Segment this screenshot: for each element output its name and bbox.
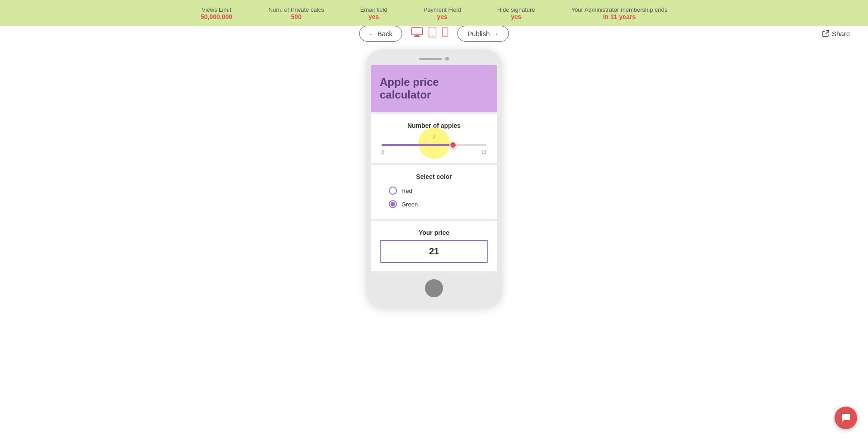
- tablet-icon[interactable]: [428, 27, 436, 40]
- color-section: Select color Red Green: [371, 165, 497, 219]
- price-section: Your price: [371, 221, 497, 271]
- share-button[interactable]: Share: [822, 30, 850, 37]
- top-banner: Views Limit 50,000,000 Num. of Private c…: [0, 0, 868, 26]
- slider-container[interactable]: 0 10: [380, 144, 488, 155]
- notch-line: [419, 58, 442, 60]
- radio-green[interactable]: Green: [380, 197, 488, 211]
- svg-rect-0: [411, 28, 422, 35]
- phone-mockup: Apple price calculator Number of apples …: [366, 50, 502, 308]
- home-button[interactable]: [425, 279, 443, 297]
- back-button[interactable]: ← Back: [359, 26, 402, 42]
- slider-thumb[interactable]: [449, 141, 457, 149]
- toolbar: ← Back Publis: [0, 26, 868, 41]
- slider-label: Number of apples: [380, 122, 488, 129]
- banner-payment-field: Payment Field yes: [424, 6, 461, 20]
- slider-section: Number of apples 7 0 10: [371, 114, 497, 163]
- phone-scroll-indicator: [495, 65, 497, 273]
- slider-min: 0: [382, 150, 384, 155]
- camera-dot: [445, 57, 449, 61]
- svg-rect-1: [415, 35, 419, 36]
- toolbar-center: ← Back Publis: [359, 26, 509, 42]
- calculator-header: Apple price calculator: [371, 65, 497, 112]
- price-input[interactable]: [380, 240, 488, 263]
- phone-screen[interactable]: Apple price calculator Number of apples …: [371, 65, 497, 273]
- publish-button[interactable]: Publish →: [457, 26, 509, 42]
- color-label: Select color: [380, 173, 488, 180]
- slider-max: 10: [481, 150, 486, 155]
- radio-red[interactable]: Red: [380, 184, 488, 197]
- slider-value: 7: [380, 133, 488, 140]
- banner-views-limit: Views Limit 50,000,000: [201, 6, 232, 20]
- share-label: Share: [832, 30, 850, 37]
- radio-green-label: Green: [401, 201, 418, 208]
- banner-private-calcs: Num. of Private calcs 500: [269, 6, 324, 20]
- device-selector: [411, 27, 448, 40]
- radio-green-circle[interactable]: [389, 200, 397, 208]
- radio-red-label: Red: [401, 187, 412, 194]
- svg-point-6: [444, 35, 445, 36]
- scroll-thumb: [495, 66, 497, 82]
- phone-screen-wrapper: Apple price calculator Number of apples …: [371, 65, 497, 273]
- price-label: Your price: [380, 229, 488, 236]
- svg-rect-2: [414, 36, 420, 37]
- svg-point-4: [432, 35, 433, 36]
- phone-top-bar: [371, 57, 497, 61]
- chat-button[interactable]: [835, 407, 857, 429]
- banner-email-field: Email field yes: [360, 6, 387, 20]
- main-content: Apple price calculator Number of apples …: [0, 41, 868, 402]
- calculator-title: Apple price calculator: [380, 76, 488, 101]
- slider-labels: 0 10: [382, 150, 486, 155]
- banner-hide-signature: Hide signature yes: [497, 6, 535, 20]
- slider-track: [382, 144, 486, 146]
- desktop-icon[interactable]: [411, 27, 423, 40]
- slider-fill: [382, 144, 453, 146]
- mobile-icon[interactable]: [442, 27, 448, 40]
- phone-bottom: [371, 273, 497, 301]
- radio-red-circle[interactable]: [389, 187, 397, 195]
- banner-membership: Your Administrator membership ends in 31…: [571, 6, 668, 20]
